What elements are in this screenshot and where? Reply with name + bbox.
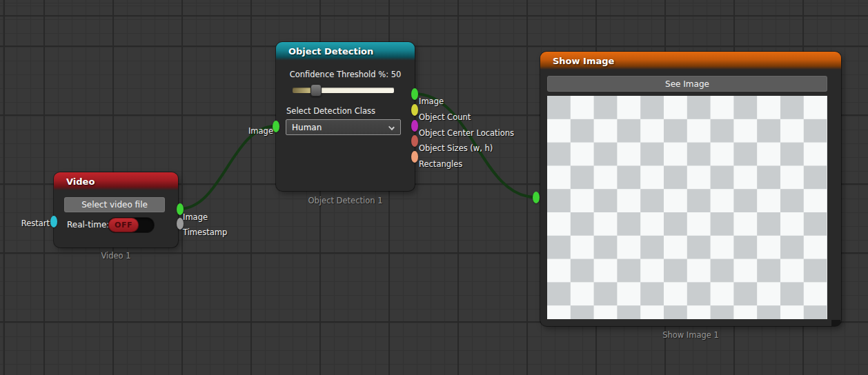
port-detection-image-input[interactable] (273, 121, 279, 132)
image-preview-placeholder (547, 96, 827, 319)
see-image-button[interactable]: See Image (547, 76, 827, 92)
confidence-threshold-slider[interactable] (293, 84, 394, 97)
node-show-image-caption: Show Image 1 (540, 330, 841, 340)
port-label-object-center-locations: Object Center Locations (419, 128, 514, 138)
port-detection-image-output[interactable] (411, 88, 418, 100)
node-object-detection[interactable]: Object Detection Confidence Threshold %:… (276, 42, 415, 191)
node-video[interactable]: Video Select video file Real-time: OFF (54, 172, 178, 247)
port-object-count-output[interactable] (411, 104, 418, 116)
node-show-image-title: Show Image (553, 56, 614, 66)
port-label-object-count: Object Count (419, 112, 471, 122)
port-label-video-restart: Restart (21, 219, 50, 228)
node-show-image[interactable]: Show Image See Image (540, 52, 841, 326)
node-video-header[interactable]: Video (54, 172, 178, 190)
select-video-file-button[interactable]: Select video file (64, 197, 165, 212)
port-label-object-sizes: Object Sizes (w, h) (419, 143, 493, 153)
realtime-row: Real-time: OFF (54, 218, 178, 233)
node-editor-canvas[interactable]: Video Select video file Real-time: OFF V… (0, 0, 868, 375)
confidence-threshold-label: Confidence Threshold %: 50 (276, 70, 415, 79)
slider-handle[interactable] (310, 84, 322, 97)
port-video-restart-input[interactable] (50, 216, 57, 227)
node-video-title: Video (66, 176, 95, 187)
port-label-video-image: Image (183, 212, 208, 222)
node-show-image-header[interactable]: Show Image (540, 52, 841, 70)
realtime-toggle[interactable]: OFF (108, 218, 154, 232)
realtime-label: Real-time: (67, 220, 109, 230)
detection-class-label: Select Detection Class (286, 106, 375, 116)
node-object-detection-title: Object Detection (288, 46, 373, 57)
port-show-image-input[interactable] (533, 192, 540, 203)
port-label-detection-image-input: Image (248, 126, 273, 136)
node-object-detection-caption: Object Detection 1 (276, 196, 415, 205)
port-object-center-locations-output[interactable] (411, 120, 418, 132)
realtime-toggle-knob[interactable]: OFF (108, 218, 139, 232)
port-label-video-timestamp: Timestamp (183, 227, 227, 237)
realtime-toggle-state: OFF (115, 221, 132, 230)
port-label-detection-image-output: Image (419, 97, 444, 106)
slider-track[interactable] (293, 88, 394, 93)
port-label-rectangles: Rectangles (419, 159, 462, 169)
wire-video-image-to-detection[interactable] (179, 126, 275, 209)
chevron-down-icon (388, 124, 395, 130)
port-object-sizes-output[interactable] (411, 135, 418, 147)
node-video-caption: Video 1 (54, 251, 178, 261)
node-object-detection-header[interactable]: Object Detection (276, 42, 415, 61)
detection-class-select[interactable]: Human (286, 119, 401, 135)
port-rectangles-output[interactable] (411, 151, 418, 163)
detection-class-selected-value: Human (292, 123, 322, 132)
